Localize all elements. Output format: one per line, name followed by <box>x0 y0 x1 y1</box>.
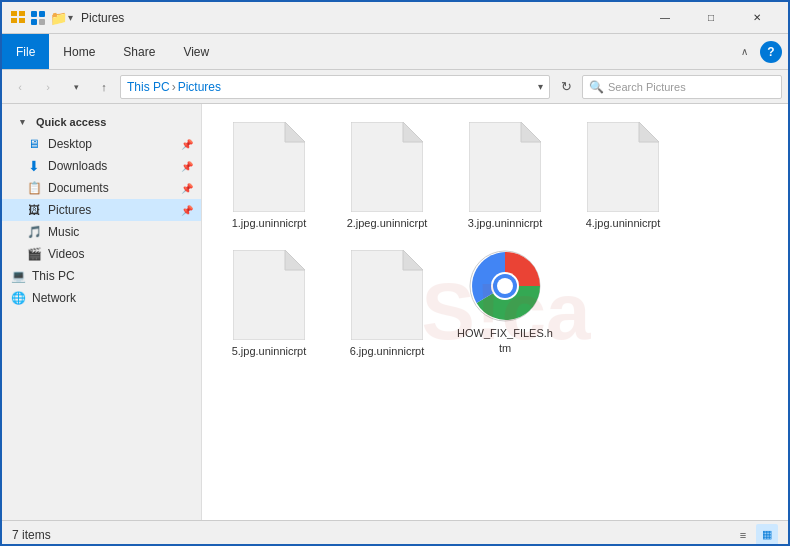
window-title: Pictures <box>81 11 124 25</box>
network-icon: 🌐 <box>10 290 26 306</box>
minimize-button[interactable]: — <box>642 2 688 34</box>
item-count: 7 items <box>12 528 51 542</box>
quick-access-icon[interactable]: 📁 <box>50 10 66 26</box>
svg-rect-1 <box>19 11 25 16</box>
svg-marker-19 <box>403 250 423 270</box>
sidebar-quick-access-label: Quick access <box>36 116 193 128</box>
ribbon-tab-file[interactable]: File <box>2 34 49 69</box>
file-icon-0 <box>233 122 305 212</box>
pictures-icon: 🖼 <box>26 202 42 218</box>
status-bar-right: ≡ ▦ <box>732 524 778 546</box>
sidebar-item-music[interactable]: 🎵 Music <box>2 221 201 243</box>
address-bar-row: ‹ › ▾ ↑ This PC › Pictures ▾ ↻ 🔍 Search … <box>2 70 788 104</box>
ribbon-tab-share[interactable]: Share <box>109 34 169 69</box>
sidebar-item-videos[interactable]: 🎬 Videos <box>2 243 201 265</box>
svg-rect-2 <box>11 18 17 23</box>
svg-point-23 <box>497 278 513 294</box>
file-icon-1 <box>351 122 423 212</box>
pin-icon-desktop: 📌 <box>181 139 193 150</box>
music-icon: 🎵 <box>26 224 42 240</box>
sidebar-network-label: Network <box>32 291 193 305</box>
refresh-button[interactable]: ↻ <box>554 75 578 99</box>
svg-rect-3 <box>19 18 25 23</box>
videos-icon: 🎬 <box>26 246 42 262</box>
file-name-3: 4.jpg.uninnicrpt <box>586 216 661 230</box>
toolbar-icon1[interactable] <box>30 10 46 26</box>
content-area: iS!ca 1.jpg.uninnicrpt 2.jpeg.uninnicrpt <box>202 104 788 520</box>
thispc-icon: 💻 <box>10 268 26 284</box>
maximize-button[interactable]: □ <box>688 2 734 34</box>
documents-icon: 📋 <box>26 180 42 196</box>
pin-icon-pictures: 📌 <box>181 205 193 216</box>
view-tiles-button[interactable]: ▦ <box>756 524 778 546</box>
back-button[interactable]: ‹ <box>8 75 32 99</box>
file-icon-5 <box>351 250 423 340</box>
ribbon-collapse-button[interactable]: ∧ <box>732 40 756 64</box>
sidebar-pictures-label: Pictures <box>48 203 175 217</box>
file-name-1: 2.jpeg.uninnicrpt <box>347 216 428 230</box>
ribbon-tab-home[interactable]: Home <box>49 34 109 69</box>
address-dropdown-arrow[interactable]: ▾ <box>538 81 543 92</box>
ribbon-tab-view[interactable]: View <box>169 34 223 69</box>
svg-marker-11 <box>403 122 423 142</box>
address-box[interactable]: This PC › Pictures ▾ <box>120 75 550 99</box>
file-item-6[interactable]: HOW_FIX_FILES.htm <box>450 244 560 364</box>
breadcrumb-pictures[interactable]: Pictures <box>178 80 221 94</box>
sidebar: ▾ Quick access 🖥 Desktop 📌 ⬇ Downloads 📌… <box>2 104 202 520</box>
quick-access-chevron: ▾ <box>14 114 30 130</box>
search-icon: 🔍 <box>589 80 604 94</box>
downloads-icon: ⬇ <box>26 158 42 174</box>
main-area: ▾ Quick access 🖥 Desktop 📌 ⬇ Downloads 📌… <box>2 104 788 520</box>
file-icon-4 <box>233 250 305 340</box>
file-item-2[interactable]: 3.jpg.uninnicrpt <box>450 116 560 236</box>
sidebar-item-desktop[interactable]: 🖥 Desktop 📌 <box>2 133 201 155</box>
help-button[interactable]: ? <box>760 41 782 63</box>
view-list-button[interactable]: ≡ <box>732 524 754 546</box>
file-item-1[interactable]: 2.jpeg.uninnicrpt <box>332 116 442 236</box>
svg-marker-15 <box>639 122 659 142</box>
sidebar-item-network[interactable]: 🌐 Network <box>2 287 201 309</box>
sidebar-item-thispc[interactable]: 💻 This PC <box>2 265 201 287</box>
breadcrumb-pc[interactable]: This PC <box>127 80 170 94</box>
search-placeholder: Search Pictures <box>608 81 686 93</box>
file-item-5[interactable]: 6.jpg.uninnicrpt <box>332 244 442 364</box>
sidebar-music-label: Music <box>48 225 193 239</box>
sidebar-item-downloads[interactable]: ⬇ Downloads 📌 <box>2 155 201 177</box>
svg-rect-5 <box>39 11 45 17</box>
svg-marker-17 <box>285 250 305 270</box>
sidebar-videos-label: Videos <box>48 247 193 261</box>
close-button[interactable]: ✕ <box>734 2 780 34</box>
file-item-0[interactable]: 1.jpg.uninnicrpt <box>214 116 324 236</box>
chrome-icon <box>469 250 541 322</box>
file-name-5: 6.jpg.uninnicrpt <box>350 344 425 358</box>
svg-rect-4 <box>31 11 37 17</box>
title-bar: 📁 ▾ Pictures — □ ✕ <box>2 2 788 34</box>
forward-button[interactable]: › <box>36 75 60 99</box>
file-name-4: 5.jpg.uninnicrpt <box>232 344 307 358</box>
dropdown-button[interactable]: ▾ <box>64 75 88 99</box>
ribbon: File Home Share View ∧ ? <box>2 34 788 70</box>
file-name-6: HOW_FIX_FILES.htm <box>456 326 554 355</box>
file-name-0: 1.jpg.uninnicrpt <box>232 216 307 230</box>
pin-icon-documents: 📌 <box>181 183 193 194</box>
file-icon-3 <box>587 122 659 212</box>
sidebar-item-pictures[interactable]: 🖼 Pictures 📌 <box>2 199 201 221</box>
desktop-icon: 🖥 <box>26 136 42 152</box>
up-button[interactable]: ↑ <box>92 75 116 99</box>
app-icon <box>10 10 26 26</box>
svg-rect-0 <box>11 11 17 16</box>
file-item-3[interactable]: 4.jpg.uninnicrpt <box>568 116 678 236</box>
search-box[interactable]: 🔍 Search Pictures <box>582 75 782 99</box>
file-icon-2 <box>469 122 541 212</box>
sidebar-item-documents[interactable]: 📋 Documents 📌 <box>2 177 201 199</box>
title-dropdown[interactable]: ▾ <box>68 12 73 23</box>
sidebar-section-quick-access: ▾ Quick access <box>2 108 201 133</box>
svg-rect-6 <box>31 19 37 25</box>
sidebar-documents-label: Documents <box>48 181 175 195</box>
file-name-2: 3.jpg.uninnicrpt <box>468 216 543 230</box>
svg-marker-9 <box>285 122 305 142</box>
sidebar-downloads-label: Downloads <box>48 159 175 173</box>
svg-marker-13 <box>521 122 541 142</box>
file-item-4[interactable]: 5.jpg.uninnicrpt <box>214 244 324 364</box>
svg-rect-7 <box>39 19 45 25</box>
